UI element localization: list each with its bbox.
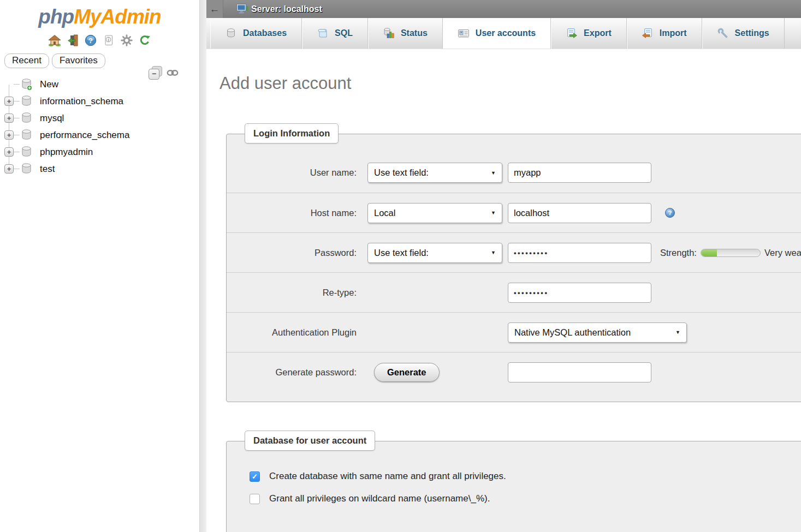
retype-label: Re-type: (250, 288, 357, 298)
tab-label: Settings (735, 28, 769, 38)
page-content: Add user account Login Information User … (206, 49, 801, 532)
password-input[interactable] (508, 243, 651, 263)
generate-button[interactable]: Generate (374, 363, 440, 382)
host-name-type-select[interactable]: Local ▼ (367, 203, 502, 223)
tree-item-label: information_schema (40, 96, 123, 107)
user-name-type-select[interactable]: Use text field: ▼ (367, 163, 502, 183)
tab-databases[interactable]: Databases (210, 18, 302, 49)
host-name-row: Host name: Local ▼ ? (227, 193, 801, 232)
help-icon[interactable]: ? (84, 34, 97, 47)
logout-icon[interactable] (66, 34, 79, 47)
tab-label: Export (584, 28, 612, 38)
tree-item-mysql[interactable]: + mysql (0, 110, 199, 127)
tree-item-label: mysql (40, 113, 64, 124)
back-arrow-button[interactable]: ← (206, 0, 223, 18)
tree-item-test[interactable]: + test (0, 160, 199, 177)
tree-connector (14, 101, 20, 101)
wrench-icon (717, 28, 729, 39)
databases-icon (225, 28, 237, 39)
chevron-down-icon: ▼ (671, 330, 680, 335)
strength-meter (701, 249, 761, 257)
expand-icon[interactable]: + (4, 130, 14, 140)
select-value: Use text field: (374, 168, 429, 178)
logo-php-text: php (38, 5, 74, 28)
tree-connector (14, 84, 20, 85)
tree-item-new[interactable]: New (0, 76, 199, 93)
sql-icon (317, 28, 329, 39)
grant-wildcard-checkbox[interactable]: ✓ (250, 494, 260, 504)
database-icon (21, 129, 33, 142)
generate-password-label: Generate password: (250, 367, 357, 378)
tab-import[interactable]: Import (627, 18, 702, 49)
phpmyadmin-logo[interactable]: phpMyAdmin (0, 5, 199, 28)
server-breadcrumb-bar: ← Server: localhost (206, 0, 801, 18)
host-name-label: Host name: (250, 208, 357, 218)
tab-status[interactable]: Status (368, 18, 443, 49)
tab-label: Status (401, 28, 428, 38)
status-icon (383, 28, 395, 39)
expand-icon[interactable]: + (4, 97, 14, 106)
password-label: Password: (250, 248, 357, 258)
expand-icon[interactable]: + (4, 164, 14, 174)
host-name-input[interactable] (508, 203, 651, 223)
documentation-icon[interactable]: i (102, 34, 115, 47)
host-help-icon[interactable]: ? (665, 208, 675, 218)
home-icon[interactable] (48, 34, 61, 47)
create-database-checkbox[interactable]: ✓ (250, 471, 260, 482)
generated-password-input[interactable] (508, 362, 651, 382)
auth-plugin-select[interactable]: Native MySQL authentication ▼ (508, 322, 687, 343)
refresh-icon[interactable] (138, 34, 151, 47)
navigation-sidebar: phpMyAdmin ? i Recent Favorites (0, 0, 199, 532)
tree-connector (14, 118, 20, 118)
tree-item-label: New (40, 79, 58, 90)
auth-plugin-row: Authentication Plugin Native MySQL authe… (227, 312, 801, 352)
expand-icon[interactable]: + (4, 147, 14, 157)
database-tree: New + information_schema + mysql + (0, 76, 199, 177)
sidebar-scrollbar[interactable] (199, 0, 206, 532)
database-icon (21, 163, 33, 176)
recent-button[interactable]: Recent (4, 53, 49, 68)
tree-item-performance-schema[interactable]: + performance_schema (0, 127, 199, 144)
retype-row: Re-type: (227, 272, 801, 312)
settings-icon[interactable] (120, 34, 133, 47)
chevron-down-icon: ▼ (486, 210, 496, 216)
tab-label: SQL (335, 28, 353, 38)
password-type-select[interactable]: Use text field: ▼ (367, 243, 502, 263)
database-icon (21, 112, 33, 125)
top-tab-bar: Databases SQL Status User accounts Expor… (206, 18, 801, 49)
tab-user-accounts[interactable]: User accounts (443, 18, 551, 49)
database-for-user-legend: Database for user account (245, 431, 375, 451)
tree-item-phpmyadmin[interactable]: + phpmyadmin (0, 144, 199, 160)
login-information-fieldset: Login Information User name: Use text fi… (226, 134, 801, 402)
login-information-legend: Login Information (245, 123, 339, 144)
strength-text: Very weak (764, 248, 801, 258)
select-value: Use text field: (374, 248, 429, 258)
tree-item-information-schema[interactable]: + information_schema (0, 93, 199, 110)
server-icon (236, 3, 249, 15)
checkbox-label: Grant all privileges on wildcard name (u… (269, 493, 490, 504)
checkbox-label: Create database with same name and grant… (269, 471, 506, 482)
import-icon (642, 28, 654, 39)
database-for-user-fieldset: Database for user account ✓ Create datab… (226, 441, 801, 532)
tree-connector (14, 152, 20, 152)
tab-label: User accounts (476, 28, 536, 38)
select-value: Local (374, 208, 395, 218)
tree-spacer (4, 80, 14, 89)
select-value: Native MySQL authentication (514, 327, 631, 338)
create-database-checkbox-row[interactable]: ✓ Create database with same name and gra… (227, 471, 801, 482)
user-name-label: User name: (250, 168, 357, 178)
tab-export[interactable]: Export (551, 18, 627, 49)
tab-sql[interactable]: SQL (302, 18, 368, 49)
server-breadcrumb-label[interactable]: Server: localhost (251, 4, 322, 14)
retype-password-input[interactable] (508, 283, 651, 303)
expand-icon[interactable]: + (4, 113, 14, 123)
phpmyadmin-app: phpMyAdmin ? i Recent Favorites (0, 0, 801, 532)
tree-item-label: phpmyadmin (40, 147, 93, 158)
new-database-icon (21, 78, 33, 91)
favorites-button[interactable]: Favorites (52, 53, 105, 68)
export-icon (566, 28, 578, 39)
grant-wildcard-checkbox-row[interactable]: ✓ Grant all privileges on wildcard name … (227, 493, 801, 504)
tab-settings[interactable]: Settings (702, 18, 785, 49)
page-title: Add user account (219, 74, 801, 93)
user-name-input[interactable] (508, 163, 651, 183)
